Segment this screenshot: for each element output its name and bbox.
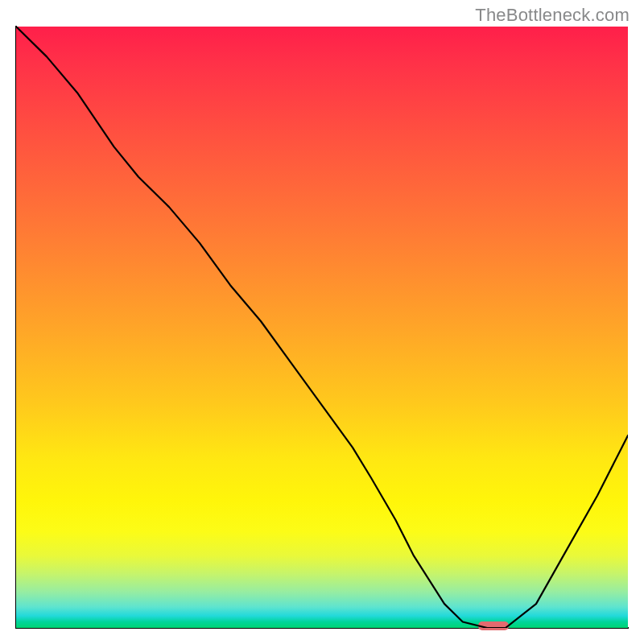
chart-container: TheBottleneck.com (0, 0, 644, 644)
watermark-text: TheBottleneck.com (475, 5, 630, 26)
plot-area (16, 27, 628, 628)
curve-line (16, 27, 628, 628)
